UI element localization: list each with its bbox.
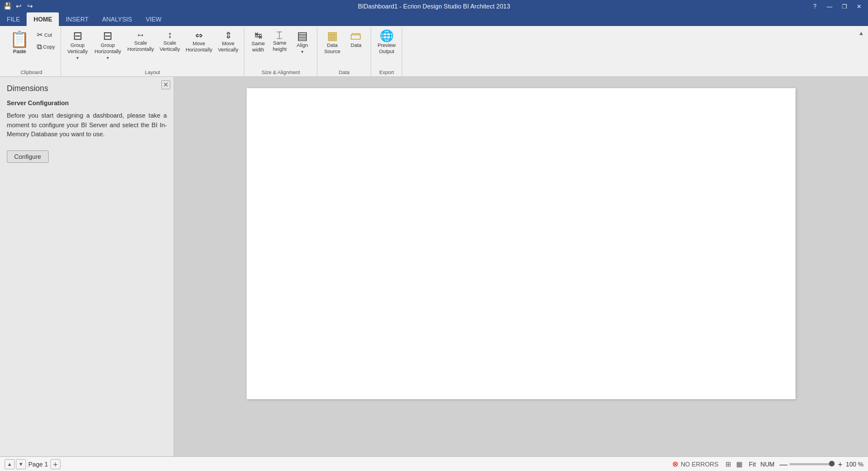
save-button[interactable]: 💾 bbox=[2, 1, 12, 11]
same-width-button[interactable]: ↹ Samewidth bbox=[248, 28, 268, 55]
same-width-icon: ↹ bbox=[255, 30, 262, 41]
zoom-out-button[interactable]: — bbox=[779, 460, 788, 469]
cut-button[interactable]: ✂ Cut bbox=[35, 29, 57, 40]
page-next-button[interactable]: ▼ bbox=[16, 459, 26, 469]
same-height-button[interactable]: ⌶ Sameheight bbox=[269, 28, 290, 54]
main-area: ✕ Dimensions Server Configuration Before… bbox=[0, 77, 868, 456]
scale-vertically-icon: ↕ bbox=[167, 30, 172, 40]
group-horizontally-button[interactable]: ⊟ GroupHorizontally ▼ bbox=[92, 28, 124, 62]
panel-title: Dimensions bbox=[0, 77, 174, 97]
zoom-percentage: 100 % bbox=[846, 461, 863, 468]
close-button[interactable]: ✕ bbox=[852, 2, 866, 11]
copy-button[interactable]: ⧉ Copy bbox=[35, 41, 57, 53]
ribbon-group-clipboard: 📋 Paste ✂ Cut ⧉ Copy Clipboard bbox=[2, 27, 61, 76]
undo-button[interactable]: ↩ bbox=[14, 1, 24, 11]
same-height-icon: ⌶ bbox=[277, 30, 282, 40]
ribbon-tab-bar: FILE HOME INSERT ANALYSIS VIEW bbox=[0, 12, 868, 26]
zoom-in-button[interactable]: + bbox=[836, 460, 845, 469]
fit-label: Fit bbox=[749, 461, 756, 468]
ribbon-group-data: ▦ DataSource 🗃 Data Data bbox=[317, 27, 371, 76]
minimize-button[interactable]: — bbox=[823, 2, 836, 11]
align-icon: ▤ bbox=[297, 30, 308, 41]
export-items: 🌐 PreviewOutput bbox=[375, 28, 398, 68]
group-vertically-button[interactable]: ⊟ GroupVertically ▼ bbox=[65, 28, 91, 62]
grid-view-buttons: ⊞ ▦ bbox=[723, 459, 745, 469]
configure-button[interactable]: Configure bbox=[7, 150, 49, 163]
preview-output-icon: 🌐 bbox=[380, 30, 394, 41]
layout-items: ⊟ GroupVertically ▼ ⊟ GroupHorizontally … bbox=[65, 28, 240, 68]
restore-button[interactable]: ❐ bbox=[837, 2, 851, 11]
status-right: ⊗ NO ERRORS ⊞ ▦ Fit NUM — + 100 % bbox=[672, 459, 863, 469]
canvas-area bbox=[174, 77, 868, 456]
cut-copy-area: ✂ Cut ⧉ Copy bbox=[35, 28, 57, 53]
page-prev-button[interactable]: ▲ bbox=[5, 459, 15, 469]
scale-horizontally-icon: ↔ bbox=[136, 30, 145, 40]
data-button[interactable]: 🗃 Data bbox=[345, 28, 367, 50]
quick-access-toolbar: 💾 ↩ ↪ bbox=[0, 0, 35, 12]
align-button[interactable]: ▤ Align ▼ bbox=[291, 28, 313, 55]
title-bar: 💾 ↩ ↪ BIDashboard1 - Ecrion Design Studi… bbox=[0, 0, 868, 12]
data-icon: 🗃 bbox=[350, 30, 362, 41]
scale-horizontally-button[interactable]: ↔ ScaleHorizontally bbox=[125, 28, 156, 54]
status-left: ▲ ▼ Page 1 + bbox=[5, 459, 61, 469]
panel-description: Before you start designing a dashboard, … bbox=[7, 111, 167, 139]
left-panel: ✕ Dimensions Server Configuration Before… bbox=[0, 77, 174, 456]
group-vertically-icon: ⊟ bbox=[73, 30, 83, 41]
add-page-button[interactable]: + bbox=[50, 459, 61, 469]
size-alignment-items: ↹ Samewidth ⌶ Sameheight ▤ Align ▼ bbox=[248, 28, 313, 68]
list-view-button[interactable]: ▦ bbox=[734, 459, 745, 469]
zoom-slider[interactable] bbox=[789, 463, 835, 465]
paste-icon: 📋 bbox=[10, 30, 29, 49]
scale-vertically-button[interactable]: ↕ ScaleVertically bbox=[157, 28, 182, 54]
preview-output-button[interactable]: 🌐 PreviewOutput bbox=[375, 28, 398, 57]
zoom-control: — + 100 % bbox=[779, 460, 863, 469]
no-errors-icon: ⊗ bbox=[672, 460, 678, 468]
size-alignment-group-label: Size & Alignment bbox=[261, 70, 300, 75]
clipboard-items: 📋 Paste ✂ Cut ⧉ Copy bbox=[6, 28, 57, 68]
tab-home[interactable]: HOME bbox=[27, 12, 59, 26]
error-text: NO ERRORS bbox=[681, 461, 719, 468]
tab-file[interactable]: FILE bbox=[0, 12, 27, 26]
zoom-thumb[interactable] bbox=[829, 461, 835, 466]
group-vertically-dropdown: ▼ bbox=[76, 56, 80, 60]
move-vertically-button[interactable]: ⇕ MoveVertically bbox=[216, 28, 240, 55]
ribbon: 📋 Paste ✂ Cut ⧉ Copy Clipboard ⊟ GroupVe… bbox=[0, 26, 868, 77]
help-button[interactable]: ? bbox=[808, 2, 822, 11]
move-horizontally-icon: ⇔ bbox=[195, 30, 203, 41]
panel-close-button[interactable]: ✕ bbox=[161, 80, 170, 89]
app-title: BIDashboard1 - Ecrion Design Studio BI A… bbox=[358, 3, 510, 10]
ribbon-group-export: 🌐 PreviewOutput Export bbox=[371, 27, 402, 76]
page-navigation: ▲ ▼ bbox=[5, 459, 26, 469]
layout-group-label: Layout bbox=[145, 70, 160, 75]
data-source-icon: ▦ bbox=[327, 30, 338, 41]
panel-section-title: Server Configuration bbox=[0, 97, 174, 109]
page-label: Page 1 bbox=[28, 461, 48, 468]
copy-icon: ⧉ bbox=[37, 42, 42, 51]
panel-body: Before you start designing a dashboard, … bbox=[0, 109, 174, 146]
data-items: ▦ DataSource 🗃 Data bbox=[321, 28, 367, 68]
move-horizontally-button[interactable]: ⇔ MoveHorizontally bbox=[183, 28, 214, 55]
data-group-label: Data bbox=[339, 70, 350, 75]
tab-insert[interactable]: INSERT bbox=[59, 12, 95, 26]
clipboard-group-label: Clipboard bbox=[20, 70, 42, 75]
ribbon-group-size-alignment: ↹ Samewidth ⌶ Sameheight ▤ Align ▼ Size … bbox=[244, 27, 317, 76]
status-errors: ⊗ NO ERRORS bbox=[672, 460, 719, 468]
group-horizontally-icon: ⊟ bbox=[103, 30, 113, 41]
redo-button[interactable]: ↪ bbox=[25, 1, 35, 11]
tab-view[interactable]: VIEW bbox=[139, 12, 168, 26]
canvas-paper[interactable] bbox=[247, 88, 796, 399]
cut-icon: ✂ bbox=[37, 31, 43, 39]
grid-view-button[interactable]: ⊞ bbox=[723, 459, 733, 469]
data-source-button[interactable]: ▦ DataSource bbox=[321, 28, 343, 57]
window-controls: ? — ❐ ✕ bbox=[808, 2, 866, 11]
num-label: NUM bbox=[760, 461, 775, 468]
export-group-label: Export bbox=[379, 70, 394, 75]
group-horizontally-dropdown: ▼ bbox=[106, 56, 110, 60]
move-vertically-icon: ⇕ bbox=[225, 30, 232, 41]
status-bar: ▲ ▼ Page 1 + ⊗ NO ERRORS ⊞ ▦ Fit NUM — +… bbox=[0, 456, 868, 471]
ribbon-group-layout: ⊟ GroupVertically ▼ ⊟ GroupHorizontally … bbox=[61, 27, 244, 76]
paste-button[interactable]: 📋 Paste bbox=[6, 28, 33, 56]
ribbon-collapse-button[interactable]: ▲ bbox=[857, 28, 866, 37]
align-dropdown: ▼ bbox=[300, 50, 304, 54]
tab-analysis[interactable]: ANALYSIS bbox=[95, 12, 139, 26]
